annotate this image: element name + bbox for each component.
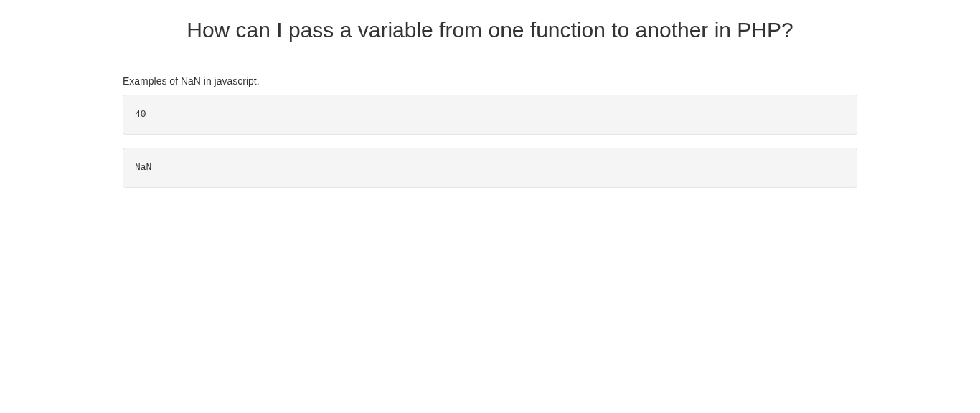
main-container: How can I pass a variable from one funct…: [123, 17, 857, 188]
page-title: How can I pass a variable from one funct…: [123, 17, 857, 43]
code-block: NaN: [123, 148, 857, 188]
description-text: Examples of NaN in javascript.: [123, 75, 857, 89]
code-block: 40: [123, 95, 857, 135]
